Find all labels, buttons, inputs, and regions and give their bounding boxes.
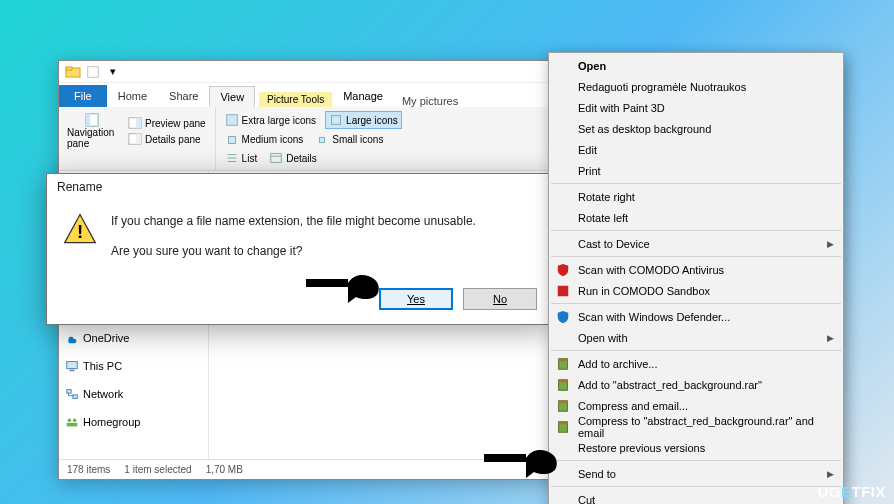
svg-rect-16 [271, 154, 282, 163]
svg-rect-24 [67, 362, 78, 369]
tree-onedrive[interactable]: OneDrive [61, 329, 206, 347]
qat-button[interactable] [85, 64, 101, 80]
svg-rect-33 [306, 279, 348, 287]
list-button[interactable]: List [222, 150, 261, 166]
winrar-icon [555, 356, 571, 372]
large-icons-button[interactable]: Large icons [325, 111, 402, 129]
svg-rect-12 [320, 137, 325, 142]
menu-separator [551, 303, 841, 304]
comodo-shield-icon [555, 262, 571, 278]
context-menu: Open Redaguoti programėle Nuotraukos Edi… [548, 52, 844, 504]
menu-scan-comodo[interactable]: Scan with COMODO Antivirus [550, 259, 842, 280]
contextual-tab-label: Picture Tools [259, 92, 332, 107]
menu-rotate-right[interactable]: Rotate right [550, 186, 842, 207]
menu-set-desktop-bg[interactable]: Set as desktop background [550, 118, 842, 139]
menu-print[interactable]: Print [550, 160, 842, 181]
menu-cut[interactable]: Cut [550, 489, 842, 504]
dialog-line1: If you change a file name extension, the… [111, 212, 476, 230]
svg-rect-10 [332, 116, 341, 125]
svg-rect-34 [558, 285, 569, 296]
svg-rect-6 [136, 118, 141, 129]
menu-open[interactable]: Open [550, 55, 842, 76]
svg-rect-43 [484, 454, 526, 462]
tree-this-pc[interactable]: This PC [61, 357, 206, 375]
svg-rect-38 [559, 379, 568, 382]
folder-icon [65, 64, 81, 80]
svg-rect-42 [559, 421, 568, 424]
svg-rect-2 [88, 66, 99, 77]
status-items: 178 items [67, 464, 110, 475]
dialog-line2: Are you sure you want to change it? [111, 242, 476, 260]
svg-rect-9 [226, 115, 237, 126]
menu-open-with[interactable]: Open with▶ [550, 327, 842, 348]
tree-homegroup[interactable]: Homegroup [61, 413, 206, 431]
warning-icon: ! [63, 212, 97, 246]
menu-rotate-left[interactable]: Rotate left [550, 207, 842, 228]
watermark: UGETFIX [817, 483, 886, 500]
menu-separator [551, 230, 841, 231]
preview-pane-button[interactable]: Preview pane [125, 115, 209, 131]
svg-rect-8 [136, 134, 141, 145]
menu-redaguoti[interactable]: Redaguoti programėle Nuotraukos [550, 76, 842, 97]
status-size: 1,70 MB [206, 464, 243, 475]
svg-rect-1 [66, 67, 72, 70]
qat-dropdown[interactable]: ▾ [105, 64, 121, 80]
svg-rect-4 [86, 114, 90, 126]
menu-windows-defender[interactable]: Scan with Windows Defender... [550, 306, 842, 327]
small-icons-button[interactable]: Small icons [312, 132, 386, 148]
winrar-icon [555, 419, 571, 435]
svg-point-28 [68, 419, 72, 423]
menu-separator [551, 183, 841, 184]
winrar-icon [555, 377, 571, 393]
menu-edit[interactable]: Edit [550, 139, 842, 160]
svg-text:!: ! [77, 221, 83, 242]
pointer-annotation-yes [306, 263, 384, 303]
menu-compress-to-email[interactable]: Compress to "abstract_red_background.rar… [550, 416, 842, 437]
tab-file[interactable]: File [59, 85, 107, 107]
no-button[interactable]: No [463, 288, 537, 310]
preview-pane-label: Preview pane [145, 118, 206, 129]
medium-icons-button[interactable]: Medium icons [222, 132, 307, 148]
dialog-title: Rename [47, 174, 551, 200]
svg-rect-30 [67, 423, 78, 427]
svg-rect-26 [67, 390, 71, 394]
navigation-pane-label: Navigation pane [67, 127, 117, 149]
svg-rect-11 [228, 136, 235, 143]
winrar-icon [555, 398, 571, 414]
pointer-annotation-rename [484, 438, 562, 478]
chevron-right-icon: ▶ [827, 239, 834, 249]
menu-separator [551, 460, 841, 461]
dialog-text: If you change a file name extension, the… [111, 212, 476, 272]
tab-view[interactable]: View [209, 86, 255, 107]
ribbon-group-panes: Navigation pane Preview pane Details pan… [59, 107, 216, 170]
extra-large-icons-button[interactable]: Extra large icons [222, 112, 319, 128]
details-pane-label: Details pane [145, 134, 201, 145]
svg-rect-36 [559, 358, 568, 361]
details-button[interactable]: Details [266, 150, 320, 166]
menu-send-to[interactable]: Send to▶ [550, 463, 842, 484]
tab-manage[interactable]: Manage [332, 85, 394, 107]
menu-cast-to-device[interactable]: Cast to Device▶ [550, 233, 842, 254]
menu-run-comodo-sandbox[interactable]: Run in COMODO Sandbox [550, 280, 842, 301]
menu-compress-email[interactable]: Compress and email... [550, 395, 842, 416]
menu-restore-previous[interactable]: Restore previous versions [550, 437, 842, 458]
navigation-pane-button[interactable]: Navigation pane [65, 111, 119, 151]
tree-network[interactable]: Network [61, 385, 206, 403]
menu-add-to-rar[interactable]: Add to "abstract_red_background.rar" [550, 374, 842, 395]
tab-home[interactable]: Home [107, 85, 158, 107]
comodo-sandbox-icon [555, 283, 571, 299]
status-selected: 1 item selected [124, 464, 191, 475]
svg-rect-25 [69, 370, 74, 372]
menu-separator [551, 256, 841, 257]
menu-separator [551, 486, 841, 487]
menu-paint3d[interactable]: Edit with Paint 3D [550, 97, 842, 118]
menu-separator [551, 350, 841, 351]
details-pane-button[interactable]: Details pane [125, 131, 209, 147]
tab-share[interactable]: Share [158, 85, 209, 107]
chevron-right-icon: ▶ [827, 333, 834, 343]
menu-add-to-archive[interactable]: Add to archive... [550, 353, 842, 374]
rename-dialog: Rename ! If you change a file name exten… [46, 173, 552, 325]
yes-button[interactable]: Yes [379, 288, 453, 310]
svg-point-29 [73, 419, 77, 423]
window-title-path: My pictures [402, 95, 458, 107]
